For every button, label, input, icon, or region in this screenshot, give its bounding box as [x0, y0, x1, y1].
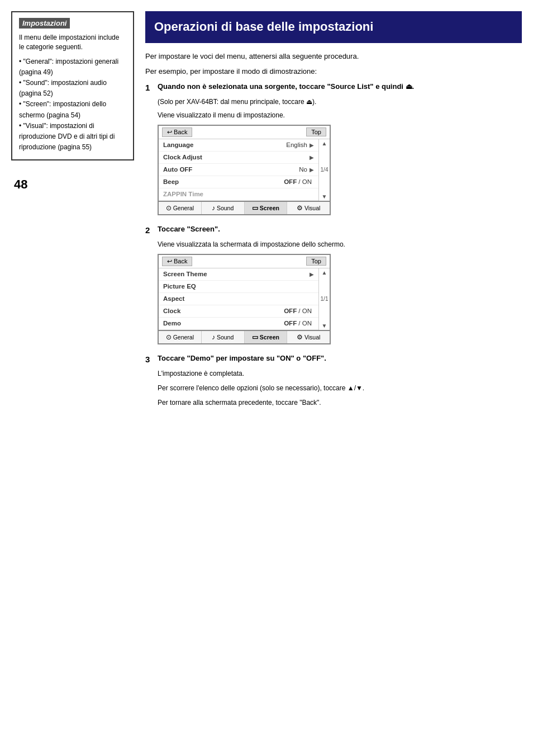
- menu-row-zappin[interactable]: ZAPPIN Time: [159, 188, 318, 201]
- menu-row-value: English: [286, 141, 307, 148]
- menu-row-label: Clock Adjust: [163, 154, 310, 160]
- menu-row-value: OFF / ON: [284, 308, 312, 314]
- menu-row-aspect[interactable]: Aspect: [159, 293, 318, 305]
- menu-row-arrow-icon: ▶: [310, 142, 314, 148]
- tab-general-label-2: General: [173, 334, 194, 341]
- intro-text-1: Per impostare le voci del menu, atteners…: [145, 51, 522, 62]
- menu-row-label: Screen Theme: [163, 271, 310, 277]
- step-1-number: 1: [145, 82, 154, 93]
- menu-row-screentheme[interactable]: Screen Theme ▶: [159, 268, 318, 281]
- step-3-body: L'impostazione è completata. Per scorrer…: [145, 368, 522, 408]
- back-label-1: Back: [174, 129, 187, 135]
- scroll-up-icon-2[interactable]: ▲: [322, 270, 327, 276]
- step-1-desc-2: Viene visualizzato il menu di impostazio…: [158, 110, 522, 120]
- sound-icon: ♪: [212, 204, 215, 212]
- menu-top-button-1[interactable]: Top: [306, 127, 326, 136]
- list-item: "General": impostazioni generali (pagina…: [19, 56, 126, 78]
- visual-icon-2: ⚙: [297, 333, 303, 341]
- back-label-2: Back: [174, 258, 187, 264]
- step-1-desc-1: (Solo per XAV-64BT: dal menu principale,…: [158, 97, 522, 107]
- menu-back-button-2[interactable]: ↩ Back: [162, 257, 192, 266]
- visual-icon: ⚙: [297, 204, 303, 212]
- menu-items-1: Language English ▶ Clock Adjust ▶ Auto O…: [159, 139, 318, 201]
- menu-row-language[interactable]: Language English ▶: [159, 139, 318, 152]
- menu-scrollbar-2: ▲ 1/1 ▼: [318, 268, 330, 330]
- menu-row-value: OFF / ON: [284, 320, 312, 327]
- back-arrow-icon: ↩: [167, 129, 172, 136]
- impostazioni-list: "General": impostazioni generali (pagina…: [19, 56, 126, 153]
- menu-ui-1: ↩ Back Top Language English ▶: [158, 125, 331, 215]
- left-column: Impostazioni Il menu delle impostazioni …: [11, 11, 134, 745]
- scroll-down-icon[interactable]: ▼: [322, 193, 327, 200]
- tab-screen[interactable]: ▭ Screen: [245, 202, 288, 214]
- menu-row-label: Demo: [163, 320, 284, 327]
- step-3-heading: 3 Toccare "Demo" per impostare su "ON" o…: [145, 353, 522, 365]
- tab-visual-2[interactable]: ⚙ Visual: [287, 331, 330, 343]
- menu-top-bar-2: ↩ Back Top: [159, 255, 330, 268]
- menu-back-button-1[interactable]: ↩ Back: [162, 127, 192, 137]
- menu-row-autooff[interactable]: Auto OFF No ▶: [159, 164, 318, 176]
- step-1-label: Quando non è selezionata una sorgente, t…: [158, 82, 414, 93]
- menu-row-arrow-icon: ▶: [310, 154, 314, 160]
- menu-row-arrow-icon: ▶: [310, 167, 314, 173]
- menu-row-label: Beep: [163, 178, 284, 185]
- menu-tabs-1: ⊙ General ♪ Sound ▭ Screen ⚙: [159, 201, 330, 214]
- tab-sound-label: Sound: [217, 205, 234, 211]
- tab-general[interactable]: ⊙ General: [159, 202, 202, 214]
- menu-row-clock[interactable]: Clock OFF / ON: [159, 305, 318, 318]
- right-column: Operazioni di base delle impostazioni Pe…: [145, 11, 522, 745]
- page-title: Operazioni di base delle impostazioni: [145, 11, 522, 43]
- menu-top-button-2[interactable]: Top: [306, 257, 326, 266]
- tab-screen-label: Screen: [260, 205, 279, 211]
- list-item: "Sound": impostazioni audio (pagina 52): [19, 78, 126, 99]
- menu-row-label: Picture EQ: [163, 283, 314, 290]
- tab-general-2[interactable]: ⊙ General: [159, 331, 202, 343]
- tab-sound-label-2: Sound: [217, 334, 234, 341]
- menu-row-label: Clock: [163, 308, 284, 314]
- back-arrow-icon-2: ↩: [167, 258, 172, 265]
- step-2-label: Toccare "Screen".: [158, 224, 220, 236]
- step-3-number: 3: [145, 353, 154, 365]
- menu-scrollbar-1: ▲ 1/4 ▼: [318, 139, 330, 201]
- impostazioni-intro: Il menu delle impostazioni include le ca…: [19, 33, 126, 52]
- tab-visual[interactable]: ⚙ Visual: [287, 202, 330, 214]
- page-indicator-2: 1/1: [321, 296, 329, 302]
- intro-text-2: Per esempio, per impostare il modo di di…: [145, 66, 522, 77]
- scroll-down-icon-2[interactable]: ▼: [322, 323, 327, 329]
- menu-row-demo[interactable]: Demo OFF / ON: [159, 318, 318, 330]
- page-indicator-1: 1/4: [321, 167, 329, 173]
- tab-visual-label-2: Visual: [304, 334, 320, 341]
- step-1-heading: 1 Quando non è selezionata una sorgente,…: [145, 82, 522, 93]
- menu-row-beep[interactable]: Beep OFF / ON: [159, 176, 318, 188]
- tab-screen-label-2: Screen: [260, 334, 279, 341]
- impostazioni-section: Impostazioni Il menu delle impostazioni …: [11, 11, 134, 160]
- step-3-desc-3: Per tornare alla schermata precedente, t…: [158, 398, 522, 408]
- menu-ui-2: ↩ Back Top Screen Theme ▶ Picture: [158, 254, 331, 344]
- step-3-desc-2: Per scorrere l'elenco delle opzioni (sol…: [158, 383, 522, 393]
- tab-sound[interactable]: ♪ Sound: [202, 202, 245, 214]
- impostazioni-title: Impostazioni: [19, 18, 70, 29]
- general-icon: ⊙: [166, 204, 172, 212]
- screen-icon-2: ▭: [252, 333, 258, 341]
- step-1-body: (Solo per XAV-64BT: dal menu principale,…: [145, 97, 522, 215]
- menu-row-clockadjust[interactable]: Clock Adjust ▶: [159, 152, 318, 164]
- page: Impostazioni Il menu delle impostazioni …: [0, 0, 533, 756]
- menu-tabs-2: ⊙ General ♪ Sound ▭ Screen ⚙: [159, 330, 330, 343]
- scroll-up-icon[interactable]: ▲: [322, 140, 327, 147]
- step-2-body: Viene visualizzata la schermata di impos…: [145, 239, 522, 344]
- tab-general-label: General: [173, 205, 194, 211]
- menu-top-bar-1: ↩ Back Top: [159, 126, 330, 139]
- general-icon-2: ⊙: [166, 333, 172, 341]
- list-item: "Screen": impostazioni dello schermo (pa…: [19, 99, 126, 120]
- step-3-desc-1: L'impostazione è completata.: [158, 368, 522, 379]
- menu-items-2: Screen Theme ▶ Picture EQ Aspect Clock: [159, 268, 318, 330]
- menu-row-pictureeq[interactable]: Picture EQ: [159, 281, 318, 293]
- step-3: 3 Toccare "Demo" per impostare su "ON" o…: [145, 353, 522, 408]
- step-3-label: Toccare "Demo" per impostare su "ON" o "…: [158, 353, 326, 365]
- menu-row-label: Aspect: [163, 295, 314, 302]
- screen-icon: ▭: [252, 204, 258, 212]
- step-2-desc-1: Viene visualizzata la schermata di impos…: [158, 239, 522, 249]
- menu-rows-1: Language English ▶ Clock Adjust ▶ Auto O…: [159, 139, 330, 201]
- tab-screen-2[interactable]: ▭ Screen: [245, 331, 288, 343]
- tab-sound-2[interactable]: ♪ Sound: [202, 331, 245, 343]
